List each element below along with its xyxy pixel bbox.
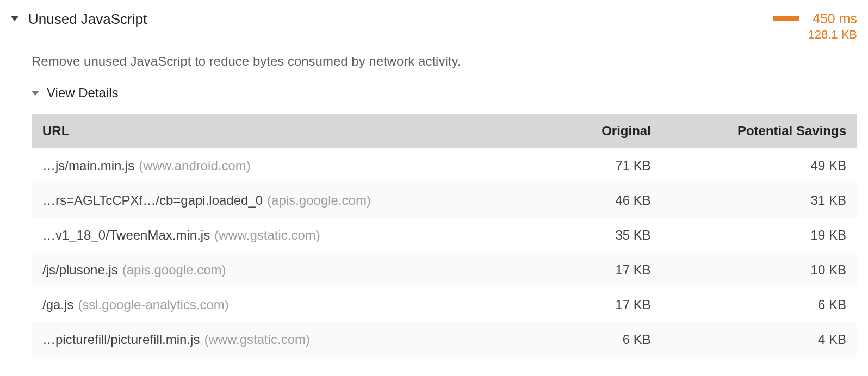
savings-cell: 6 KB bbox=[662, 287, 857, 322]
url-cell: /ga.js(ssl.google-analytics.com) bbox=[32, 287, 555, 322]
url-path: …js/main.min.js bbox=[42, 158, 134, 173]
table-row[interactable]: …picturefill/picturefill.min.js(www.gsta… bbox=[32, 322, 857, 357]
savings-cell: 4 KB bbox=[662, 322, 857, 357]
url-cell: …v1_18_0/TweenMax.min.js(www.gstatic.com… bbox=[32, 218, 555, 253]
url-cell: …js/main.min.js(www.android.com) bbox=[32, 148, 555, 183]
url-cell: …picturefill/picturefill.min.js(www.gsta… bbox=[32, 322, 555, 357]
original-cell: 17 KB bbox=[555, 253, 662, 287]
chevron-down-icon bbox=[32, 91, 39, 96]
url-domain: (ssl.google-analytics.com) bbox=[78, 297, 228, 312]
url-path: /ga.js bbox=[42, 297, 73, 312]
results-table: URL Original Potential Savings …js/main.… bbox=[32, 114, 857, 357]
url-path: …picturefill/picturefill.min.js bbox=[42, 332, 200, 347]
url-domain: (www.android.com) bbox=[139, 158, 250, 173]
savings-cell: 10 KB bbox=[662, 253, 857, 287]
url-path: /js/plusone.js bbox=[42, 262, 118, 277]
table-header-row: URL Original Potential Savings bbox=[32, 114, 857, 148]
chevron-down-icon[interactable] bbox=[11, 16, 18, 21]
details-toggle-row[interactable]: View Details bbox=[32, 85, 857, 101]
table-row[interactable]: …js/main.min.js(www.android.com)71 KB49 … bbox=[32, 148, 857, 183]
audit-body: Remove unused JavaScript to reduce bytes… bbox=[11, 54, 857, 357]
original-cell: 6 KB bbox=[555, 322, 662, 357]
audit-description: Remove unused JavaScript to reduce bytes… bbox=[32, 54, 857, 69]
url-cell: /js/plusone.js(apis.google.com) bbox=[32, 253, 555, 287]
url-path: …rs=AGLTcCPXf…/cb=gapi.loaded_0 bbox=[42, 193, 263, 208]
original-cell: 71 KB bbox=[555, 148, 662, 183]
metric-time: 450 ms bbox=[813, 11, 857, 27]
details-label: View Details bbox=[47, 85, 119, 101]
url-path: …v1_18_0/TweenMax.min.js bbox=[42, 228, 210, 242]
url-domain: (apis.google.com) bbox=[267, 193, 371, 208]
column-header-url[interactable]: URL bbox=[32, 114, 555, 148]
url-domain: (www.gstatic.com) bbox=[214, 228, 320, 242]
column-header-original[interactable]: Original bbox=[555, 114, 662, 148]
original-cell: 46 KB bbox=[555, 183, 662, 218]
url-cell: …rs=AGLTcCPXf…/cb=gapi.loaded_0(apis.goo… bbox=[32, 183, 555, 218]
audit-header: Unused JavaScript 450 ms 128.1 KB bbox=[11, 11, 857, 42]
audit-title: Unused JavaScript bbox=[28, 11, 773, 28]
column-header-savings[interactable]: Potential Savings bbox=[662, 114, 857, 148]
metric-bar-icon bbox=[773, 16, 799, 21]
table-row[interactable]: /js/plusone.js(apis.google.com)17 KB10 K… bbox=[32, 253, 857, 287]
savings-cell: 49 KB bbox=[662, 148, 857, 183]
savings-cell: 19 KB bbox=[662, 218, 857, 253]
table-row[interactable]: …v1_18_0/TweenMax.min.js(www.gstatic.com… bbox=[32, 218, 857, 253]
metric-size: 128.1 KB bbox=[808, 28, 857, 42]
url-domain: (apis.google.com) bbox=[122, 262, 226, 277]
savings-cell: 31 KB bbox=[662, 183, 857, 218]
table-row[interactable]: /ga.js(ssl.google-analytics.com)17 KB6 K… bbox=[32, 287, 857, 322]
url-domain: (www.gstatic.com) bbox=[204, 332, 310, 347]
metric-row: 450 ms bbox=[773, 11, 857, 27]
table-row[interactable]: …rs=AGLTcCPXf…/cb=gapi.loaded_0(apis.goo… bbox=[32, 183, 857, 218]
audit-metrics: 450 ms 128.1 KB bbox=[773, 11, 857, 42]
original-cell: 35 KB bbox=[555, 218, 662, 253]
original-cell: 17 KB bbox=[555, 287, 662, 322]
